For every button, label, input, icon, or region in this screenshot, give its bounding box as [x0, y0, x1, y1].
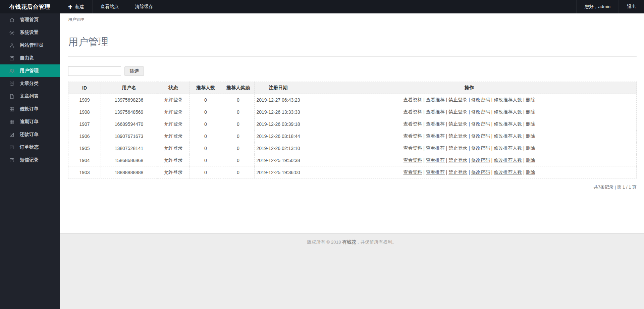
filter-button[interactable]: 筛选	[124, 66, 144, 76]
row-action-ban-login[interactable]: 禁止登录	[448, 121, 467, 126]
row-action-delete[interactable]: 删除	[526, 121, 535, 126]
nav-item-clear-cache[interactable]: 清除缓存	[127, 0, 161, 13]
cell-registered: 2019-12-25 19:36:00	[255, 166, 302, 178]
cell-actions: 查看资料 | 查看推荐 | 禁止登录 | 修改密码 | 修改推荐人数 | 删除	[302, 94, 637, 106]
row-action-view-profile[interactable]: 查看资料	[403, 169, 422, 175]
row-action-view-profile[interactable]: 查看资料	[403, 109, 422, 114]
page-footer: 版权所有 © 2018 有钱花，并保留所有权利。	[60, 233, 644, 309]
sidebar-item-repayment-orders[interactable]: 还款订单	[0, 128, 60, 141]
cell-username: 18907671673	[101, 130, 157, 142]
action-separator: |	[467, 145, 471, 151]
sidebar-item-article-list[interactable]: 文章列表	[0, 90, 60, 103]
row-action-change-password[interactable]: 修改密码	[471, 145, 490, 151]
row-action-view-referrals[interactable]: 查看推荐	[426, 169, 445, 175]
cell-status: 允许登录	[157, 130, 190, 142]
cell-registered: 2019-12-26 03:39:18	[255, 118, 302, 130]
sidebar-item-site-admins[interactable]: 网站管理员	[0, 39, 60, 52]
sidebar-item-sms-records[interactable]: 短信记录	[0, 154, 60, 166]
table-row: 190415868686868允许登录002019-12-25 19:50:38…	[68, 154, 637, 166]
row-action-delete[interactable]: 删除	[526, 145, 535, 151]
cell-referral_reward: 0	[222, 118, 255, 130]
column-header: 状态	[157, 82, 190, 94]
row-action-edit-referral-count[interactable]: 修改推荐人数	[494, 157, 522, 163]
sidebar-item-loan-orders[interactable]: 借款订单	[0, 103, 60, 115]
action-separator: |	[490, 97, 494, 102]
row-action-view-referrals[interactable]: 查看推荐	[426, 133, 445, 139]
row-action-ban-login[interactable]: 禁止登录	[448, 145, 467, 151]
row-action-delete[interactable]: 删除	[526, 169, 535, 175]
row-action-view-referrals[interactable]: 查看推荐	[426, 157, 445, 163]
cell-referrals: 0	[190, 154, 222, 166]
action-separator: |	[445, 145, 448, 151]
action-separator: |	[422, 169, 426, 175]
row-action-view-referrals[interactable]: 查看推荐	[426, 145, 445, 151]
cell-referrals: 0	[190, 106, 222, 118]
row-action-edit-referral-count[interactable]: 修改推荐人数	[494, 97, 522, 102]
row-action-edit-referral-count[interactable]: 修改推荐人数	[494, 133, 522, 139]
cell-referrals: 0	[190, 94, 222, 106]
row-action-ban-login[interactable]: 禁止登录	[448, 97, 467, 102]
action-separator: |	[445, 97, 448, 102]
cell-username: 16689594470	[101, 118, 157, 130]
row-action-change-password[interactable]: 修改密码	[471, 169, 490, 175]
row-action-delete[interactable]: 删除	[526, 97, 535, 102]
row-action-delete[interactable]: 删除	[526, 133, 535, 139]
action-separator: |	[467, 169, 471, 175]
row-action-view-profile[interactable]: 查看资料	[403, 133, 422, 139]
cell-status: 允许登录	[157, 166, 190, 178]
action-separator: |	[490, 133, 494, 139]
sidebar-item-system-settings[interactable]: 系统设置	[0, 26, 60, 39]
row-action-edit-referral-count[interactable]: 修改推荐人数	[494, 145, 522, 151]
sidebar-item-overdue-orders[interactable]: 逾期订单	[0, 115, 60, 128]
cell-referral_reward: 0	[222, 142, 255, 154]
nav-item-view-site[interactable]: 查看站点	[92, 0, 127, 13]
action-separator: |	[522, 133, 526, 139]
row-action-delete[interactable]: 删除	[526, 157, 535, 163]
row-action-view-profile[interactable]: 查看资料	[403, 145, 422, 151]
row-action-change-password[interactable]: 修改密码	[471, 97, 490, 102]
action-separator: |	[490, 109, 494, 114]
row-action-change-password[interactable]: 修改密码	[471, 121, 490, 126]
row-action-delete[interactable]: 删除	[526, 109, 535, 114]
logout-button[interactable]: 退出	[619, 0, 644, 13]
row-action-view-profile[interactable]: 查看资料	[403, 97, 422, 102]
sidebar-item-admin-home[interactable]: 管理首页	[0, 13, 60, 26]
row-action-edit-referral-count[interactable]: 修改推荐人数	[494, 169, 522, 175]
row-action-change-password[interactable]: 修改密码	[471, 133, 490, 139]
row-action-ban-login[interactable]: 禁止登录	[448, 109, 467, 114]
row-action-view-profile[interactable]: 查看资料	[403, 121, 422, 126]
inbox-icon	[9, 145, 15, 150]
row-action-ban-login[interactable]: 禁止登录	[448, 133, 467, 139]
row-action-ban-login[interactable]: 禁止登录	[448, 169, 467, 175]
sidebar-item-article-categories[interactable]: 文章分类	[0, 77, 60, 90]
sidebar-item-label: 用户管理	[20, 68, 39, 74]
cell-referral_reward: 0	[222, 106, 255, 118]
row-action-edit-referral-count[interactable]: 修改推荐人数	[494, 109, 522, 114]
cell-referral_reward: 0	[222, 154, 255, 166]
row-action-view-referrals[interactable]: 查看推荐	[426, 97, 445, 102]
cell-username: 13975648569	[101, 106, 157, 118]
cell-referrals: 0	[190, 166, 222, 178]
sidebar-item-free-blocks[interactable]: 自由块	[0, 52, 60, 64]
row-action-view-referrals[interactable]: 查看推荐	[426, 109, 445, 114]
filter-row: 筛选	[68, 66, 637, 76]
row-action-change-password[interactable]: 修改密码	[471, 109, 490, 114]
row-action-view-referrals[interactable]: 查看推荐	[426, 121, 445, 126]
cell-referral_reward: 0	[222, 94, 255, 106]
sidebar-item-label: 管理首页	[20, 17, 39, 23]
row-action-edit-referral-count[interactable]: 修改推荐人数	[494, 121, 522, 126]
row-action-ban-login[interactable]: 禁止登录	[448, 157, 467, 163]
sidebar-item-order-status[interactable]: 订单状态	[0, 141, 60, 154]
nav-item-new[interactable]: ✚ 新建	[60, 0, 92, 13]
sidebar-item-label: 文章分类	[20, 81, 39, 87]
action-separator: |	[467, 133, 471, 139]
sidebar-item-user-management[interactable]: 用户管理	[0, 64, 60, 77]
action-separator: |	[490, 169, 494, 175]
cell-username: 13975698236	[101, 94, 157, 106]
cell-id: 1909	[68, 94, 101, 106]
column-header: 推荐人数	[190, 82, 222, 94]
filter-input[interactable]	[68, 66, 121, 76]
row-action-view-profile[interactable]: 查看资料	[403, 157, 422, 163]
table-row: 190318888888888允许登录002019-12-25 19:36:00…	[68, 166, 637, 178]
row-action-change-password[interactable]: 修改密码	[471, 157, 490, 163]
